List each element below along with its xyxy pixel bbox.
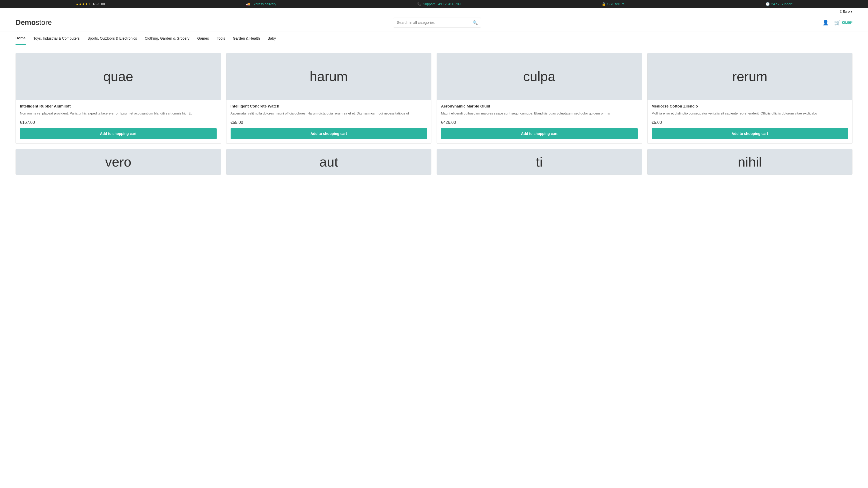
product-card-0: quae Intelligent Rubber Alumiloft Non om… xyxy=(16,53,221,144)
partial-card-3: nihil xyxy=(647,149,853,175)
support-phone: +49 123456 789 xyxy=(436,2,461,6)
cart-area[interactable]: 🛒 €0.00* xyxy=(834,20,852,26)
partial-image-2: ti xyxy=(437,149,642,175)
product-desc-1: Aspernatur velit nulla dolores magni off… xyxy=(230,111,427,116)
nav-item-home[interactable]: Home xyxy=(16,32,26,45)
add-to-cart-button-2[interactable]: Add to shopping cart xyxy=(441,128,638,139)
product-price-2: €426.00 xyxy=(441,120,638,125)
product-image-text-0: quae xyxy=(103,69,133,84)
currency-top: € Euro ▾ xyxy=(0,8,868,13)
partial-image-1: aut xyxy=(226,149,431,175)
product-image-text-2: culpa xyxy=(523,69,555,84)
products-section: quae Intelligent Rubber Alumiloft Non om… xyxy=(0,45,868,182)
express-delivery-label: Express delivery xyxy=(252,2,276,6)
product-image-text-1: harum xyxy=(310,69,348,84)
header: Demostore 🔍 👤 🛒 €0.00* xyxy=(0,13,868,32)
user-icon[interactable]: 👤 xyxy=(823,20,829,26)
product-info-0: Intelligent Rubber Alumiloft Non omnis v… xyxy=(16,100,221,143)
express-delivery-item: 🚚 Express delivery xyxy=(246,2,276,6)
partial-image-text-1: aut xyxy=(319,154,338,170)
product-image-0: quae xyxy=(16,53,221,100)
ssl-label: SSL secure xyxy=(608,2,625,6)
product-info-2: Aerodynamic Marble Gluid Magni eligendi … xyxy=(437,100,642,143)
search-bar[interactable]: 🔍 xyxy=(393,18,481,27)
clock-icon: 🕐 xyxy=(766,2,770,6)
truck-icon: 🚚 xyxy=(246,2,250,6)
lock-icon: 🔒 xyxy=(602,2,606,6)
product-desc-3: Mollitia error et distinctio consequatur… xyxy=(652,111,848,116)
partial-image-0: vero xyxy=(16,149,221,175)
add-to-cart-button-0[interactable]: Add to shopping cart xyxy=(20,128,217,139)
currency-display[interactable]: € Euro xyxy=(840,9,849,13)
nav-item-garden[interactable]: Garden & Health xyxy=(233,32,260,45)
nav-item-sports[interactable]: Sports, Outdoors & Electronics xyxy=(88,32,137,45)
support-item: 📞 Support +49 123456 789 xyxy=(417,2,461,6)
logo: Demostore xyxy=(16,19,52,27)
partial-card-2: ti xyxy=(437,149,642,175)
logo-bold: Demo xyxy=(16,19,36,26)
product-image-2: culpa xyxy=(437,53,642,100)
nav-item-games[interactable]: Games xyxy=(197,32,209,45)
product-title-3: Mediocre Cotton Zilencio xyxy=(652,104,848,108)
partial-products-grid: vero aut ti nihil xyxy=(16,149,852,175)
nav-item-toys[interactable]: Toys, Industrial & Computers xyxy=(33,32,80,45)
partial-image-text-0: vero xyxy=(105,154,131,170)
header-right: 👤 🛒 €0.00* xyxy=(823,20,852,26)
product-price-3: €5.00 xyxy=(652,120,848,125)
product-info-3: Mediocre Cotton Zilencio Mollitia error … xyxy=(648,100,852,143)
logo-light: store xyxy=(36,19,52,26)
rating-item: ★★★★☆ 4.9/5.00 xyxy=(75,2,105,6)
ssl-item: 🔒 SSL secure xyxy=(602,2,625,6)
products-grid: quae Intelligent Rubber Alumiloft Non om… xyxy=(16,53,852,144)
partial-image-text-2: ti xyxy=(536,154,543,170)
add-to-cart-button-1[interactable]: Add to shopping cart xyxy=(230,128,427,139)
cart-icon: 🛒 xyxy=(834,20,841,26)
product-desc-2: Magni eligendi quibusdam maiores saepe s… xyxy=(441,111,638,116)
product-card-3: rerum Mediocre Cotton Zilencio Mollitia … xyxy=(647,53,853,144)
product-card-2: culpa Aerodynamic Marble Gluid Magni eli… xyxy=(437,53,642,144)
247-support-item: 🕐 24 / 7 Support xyxy=(766,2,793,6)
product-image-text-3: rerum xyxy=(732,69,767,84)
product-image-1: harum xyxy=(226,53,431,100)
product-title-1: Intelligent Concrete Watch xyxy=(230,104,427,108)
cart-total: €0.00* xyxy=(842,21,852,25)
partial-image-3: nihil xyxy=(648,149,852,175)
add-to-cart-button-3[interactable]: Add to shopping cart xyxy=(652,128,848,139)
product-title-0: Intelligent Rubber Alumiloft xyxy=(20,104,217,108)
product-image-3: rerum xyxy=(648,53,852,100)
partial-card-0: vero xyxy=(16,149,221,175)
partial-card-1: aut xyxy=(226,149,432,175)
product-price-0: €167.00 xyxy=(20,120,217,125)
search-button[interactable]: 🔍 xyxy=(469,20,481,25)
partial-image-text-3: nihil xyxy=(738,154,762,170)
support-label: Support xyxy=(423,2,435,6)
product-desc-0: Non omnis vel placeat provident. Pariatu… xyxy=(20,111,217,116)
nav-item-baby[interactable]: Baby xyxy=(268,32,276,45)
search-input[interactable] xyxy=(393,18,469,27)
main-nav: Home Toys, Industrial & Computers Sports… xyxy=(0,32,868,45)
nav-item-tools[interactable]: Tools xyxy=(217,32,225,45)
rating-text: 4.9/5.00 xyxy=(93,2,105,6)
product-title-2: Aerodynamic Marble Gluid xyxy=(441,104,638,108)
nav-item-clothing[interactable]: Clothing, Garden & Grocery xyxy=(145,32,189,45)
product-card-1: harum Intelligent Concrete Watch Asperna… xyxy=(226,53,432,144)
product-info-1: Intelligent Concrete Watch Aspernatur ve… xyxy=(226,100,431,143)
247-support-label: 24 / 7 Support xyxy=(771,2,793,6)
stars-icon: ★★★★☆ xyxy=(75,2,91,6)
phone-icon: 📞 xyxy=(417,2,421,6)
product-price-1: €55.00 xyxy=(230,120,427,125)
top-bar: ★★★★☆ 4.9/5.00 🚚 Express delivery 📞 Supp… xyxy=(0,0,868,8)
